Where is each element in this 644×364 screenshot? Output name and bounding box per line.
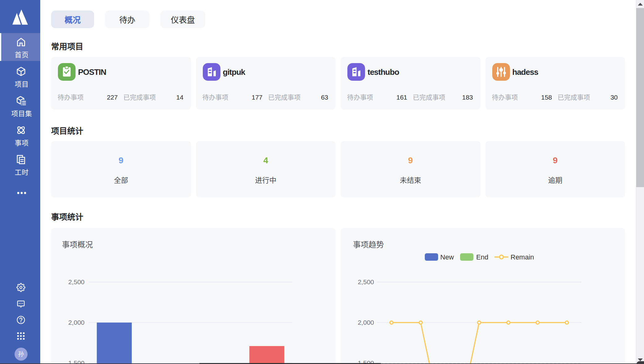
todo-count: 158 <box>541 94 552 101</box>
svg-text:2,500: 2,500 <box>68 278 85 285</box>
sidebar-item-label: 工时 <box>2 167 42 177</box>
item-stats-row: 事项概况2,5002,0001,500 事项趋势NewEndRemain2,50… <box>51 228 625 364</box>
top-tabs: 概况 待办 仪表盘 <box>51 11 205 28</box>
clipboard-check-icon <box>58 63 76 81</box>
stat-value: 4 <box>196 156 336 165</box>
apps-icon[interactable] <box>16 332 25 340</box>
svg-text:2,500: 2,500 <box>358 278 374 285</box>
stat-label: 进行中 <box>196 174 336 185</box>
sidebar-item-label: 项目集 <box>2 108 42 118</box>
svg-text:事项趋势: 事项趋势 <box>353 240 384 249</box>
stat-value: 9 <box>341 156 481 165</box>
sidebar-item-project-sets[interactable]: 项目集 <box>0 92 40 120</box>
todo-count: 227 <box>107 94 118 101</box>
svg-text:New: New <box>440 253 454 261</box>
done-label: 已完成事项 <box>413 92 445 101</box>
ellipsis-icon[interactable] <box>2 189 42 197</box>
todo-label: 待办事项 <box>58 92 84 101</box>
done-count: 183 <box>462 94 473 101</box>
sidebar-item-items[interactable]: 事项 <box>0 121 40 149</box>
todo-label: 待办事项 <box>347 92 373 101</box>
done-count: 14 <box>176 94 183 101</box>
item-trend-chart-panel: 事项趋势NewEndRemain2,5002,0001,500 <box>341 228 625 364</box>
message-icon[interactable] <box>16 299 25 308</box>
stat-label: 全部 <box>51 174 191 185</box>
todo-label: 待办事项 <box>492 92 518 101</box>
sidebar: 首页 项目 项目集 <box>0 0 40 364</box>
stat-label: 未结束 <box>341 174 481 185</box>
svg-text:2,000: 2,000 <box>68 319 85 326</box>
building-icon <box>347 63 365 81</box>
project-card-hadess[interactable]: hadess 待办事项 158 已完成事项 30 <box>485 57 625 109</box>
common-projects-row: POSTIN 待办事项 227 已完成事项 14 <box>51 57 625 109</box>
svg-text:End: End <box>476 253 488 261</box>
project-name: POSTIN <box>78 67 106 77</box>
help-icon[interactable] <box>16 315 25 324</box>
stat-label: 逾期 <box>485 174 625 185</box>
svg-text:Remain: Remain <box>511 253 534 261</box>
project-stats-row: 9 全部 4 进行中 9 未结束 9 逾期 <box>51 141 625 197</box>
main-content: 概况 待办 仪表盘 常用项目 POSTIN 待办事项 227 已完成事项 14 <box>40 0 636 364</box>
sliders-icon <box>492 63 510 81</box>
sidebar-item-home[interactable]: 首页 <box>0 33 40 61</box>
project-card-testhubo[interactable]: testhubo 待办事项 161 已完成事项 183 <box>341 57 481 109</box>
stat-card-all[interactable]: 9 全部 <box>51 141 191 197</box>
sidebar-item-label: 项目 <box>2 79 42 88</box>
copy-doc-icon <box>16 154 26 165</box>
dual-peak-mountain-logo[interactable] <box>12 9 28 25</box>
vertical-scrollbar[interactable] <box>636 0 644 364</box>
stat-card-unfinished[interactable]: 9 未结束 <box>341 141 481 197</box>
scrollbar-up-arrow-icon[interactable] <box>638 3 643 6</box>
done-label: 已完成事项 <box>558 92 590 101</box>
section-heading-project-stats: 项目统计 <box>51 125 83 136</box>
cube-list-icon <box>16 96 26 106</box>
avatar[interactable]: 孙 <box>15 348 28 361</box>
todo-label: 待办事项 <box>202 92 228 101</box>
settings-icon[interactable] <box>16 283 25 292</box>
sidebar-nav: 首页 项目 项目集 <box>0 33 40 180</box>
stat-card-in-progress[interactable]: 4 进行中 <box>196 141 336 197</box>
section-heading-item-stats: 事项统计 <box>51 211 83 222</box>
done-count: 30 <box>611 94 618 101</box>
svg-text:2,000: 2,000 <box>358 319 374 326</box>
bar-chart: 事项概况2,5002,0001,500 <box>51 228 336 364</box>
cube-icon <box>16 66 26 77</box>
svg-text:事项概况: 事项概况 <box>62 240 93 249</box>
project-name: gitpuk <box>223 67 245 77</box>
tab-todo[interactable]: 待办 <box>105 11 150 28</box>
scrollbar-down-arrow-icon[interactable] <box>638 358 643 361</box>
done-count: 63 <box>321 94 328 101</box>
building-icon <box>203 63 220 81</box>
sidebar-item-label: 事项 <box>2 137 42 147</box>
tab-dashboard[interactable]: 仪表盘 <box>160 11 205 28</box>
project-card-gitpuk[interactable]: gitpuk 待办事项 177 已完成事项 63 <box>196 57 336 109</box>
todo-count: 177 <box>252 94 263 101</box>
done-label: 已完成事项 <box>268 92 301 101</box>
sidebar-item-label: 首页 <box>2 49 42 59</box>
done-label: 已完成事项 <box>123 92 156 101</box>
project-name: hadess <box>512 67 538 77</box>
stat-card-overdue[interactable]: 9 逾期 <box>485 141 625 197</box>
bottom-corner-shape <box>637 361 644 364</box>
home-icon <box>16 37 26 47</box>
item-overview-chart-panel: 事项概况2,5002,0001,500 <box>51 228 336 364</box>
line-chart: 事项趋势NewEndRemain2,5002,0001,500 <box>341 228 625 364</box>
scrollbar-thumb[interactable] <box>636 8 644 187</box>
project-name: testhubo <box>368 67 399 77</box>
orbit-icon <box>16 125 26 135</box>
section-heading-common-projects: 常用项目 <box>51 40 83 52</box>
project-card-postin[interactable]: POSTIN 待办事项 227 已完成事项 14 <box>51 57 191 109</box>
stat-value: 9 <box>51 156 191 165</box>
tab-overview[interactable]: 概况 <box>51 11 94 28</box>
sidebar-item-projects[interactable]: 项目 <box>0 62 40 90</box>
sidebar-item-worktime[interactable]: 工时 <box>0 151 40 178</box>
stat-value: 9 <box>485 156 625 165</box>
todo-count: 161 <box>396 94 407 101</box>
